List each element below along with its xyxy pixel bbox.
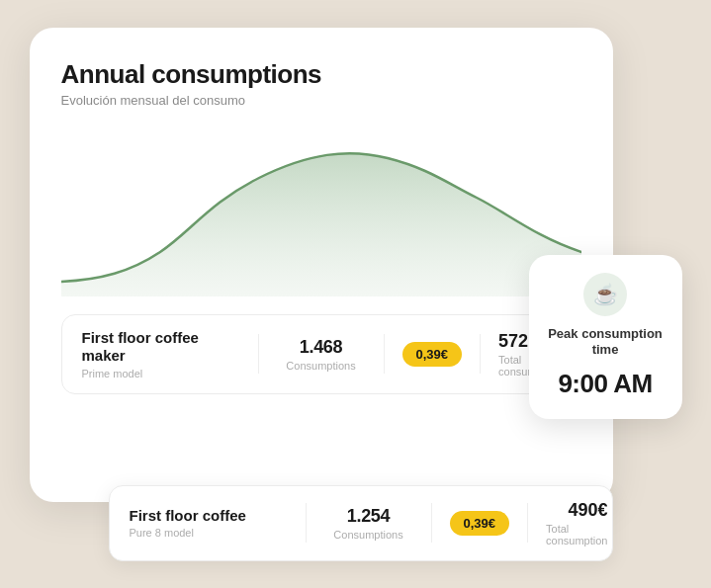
total-label: Total consumption: [546, 523, 607, 546]
chart-area: [61, 124, 581, 296]
table-row: First floor coffee maker Prime model 1.4…: [61, 314, 581, 395]
consumption-chart: [61, 124, 581, 296]
device-subname: Prime model: [82, 368, 240, 379]
divider: [480, 334, 481, 374]
consumptions-stat: 1.468 Consumptions: [277, 337, 366, 372]
row-name-section: First floor coffee Pure 8 model: [130, 507, 288, 540]
main-card-subtitle: Evolución mensual del consumo: [61, 93, 581, 108]
device-name: First floor coffee maker: [82, 329, 240, 367]
rows-container: First floor coffee maker Prime model 1.4…: [61, 314, 581, 395]
price-badge: 0,39€: [450, 511, 510, 536]
second-row-wrapper: First floor coffee Pure 8 model 1.254 Co…: [109, 485, 613, 561]
peak-card: ☕ Peak consumption time 9:00 AM: [529, 255, 682, 420]
table-row: First floor coffee Pure 8 model 1.254 Co…: [109, 485, 613, 561]
total-value: 490€: [568, 500, 607, 521]
peak-time: 9:00 AM: [558, 369, 652, 399]
coffee-icon: ☕: [593, 283, 618, 306]
main-card-title: Annual consumptions: [61, 59, 581, 90]
peak-label: Peak consumption time: [545, 326, 667, 360]
divider: [384, 334, 385, 374]
divider: [306, 503, 307, 543]
consumptions-label: Consumptions: [286, 360, 355, 372]
divider: [431, 503, 432, 543]
device-name: First floor coffee: [130, 507, 288, 526]
consumptions-value: 1.254: [347, 506, 391, 527]
consumptions-stat: 1.254 Consumptions: [324, 506, 413, 541]
consumptions-value: 1.468: [300, 337, 343, 358]
consumptions-label: Consumptions: [333, 529, 402, 541]
device-subname: Pure 8 model: [130, 527, 288, 539]
price-badge: 0,39€: [402, 342, 463, 367]
peak-icon-circle: ☕: [583, 273, 627, 316]
divider: [527, 503, 528, 543]
scene: Annual consumptions Evolución mensual de…: [30, 28, 682, 561]
total-stat: 490€ Total consumption: [546, 500, 607, 546]
main-card: Annual consumptions Evolución mensual de…: [30, 28, 613, 502]
row-name-section: First floor coffee maker Prime model: [82, 329, 240, 380]
divider: [258, 334, 259, 374]
